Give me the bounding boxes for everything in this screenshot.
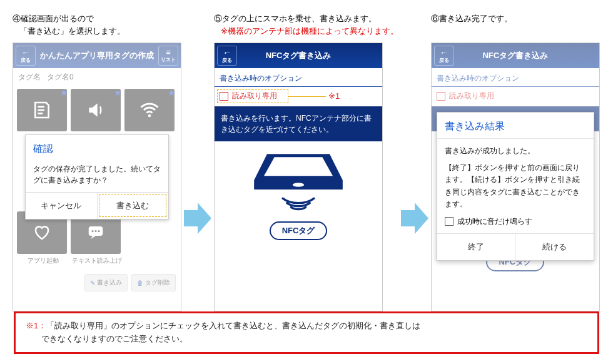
phone-screen-2: ← 戻る NFCタグ書き込み 書き込み時のオプション 読み取り専用 ※1 書き込…	[214, 43, 383, 311]
step-4-column: ④確認画面が出るので 「書き込む」を選択します。 ← 戻る かんたんアプリ専用タ…	[13, 13, 181, 311]
step-6-caption: ⑥書き込み完了です。	[431, 13, 512, 38]
end-button[interactable]: 終了	[437, 234, 515, 260]
step-6-line1: 書き込み完了です。	[439, 14, 512, 23]
result-buttons: 終了 続ける	[437, 233, 594, 260]
arrow-2	[401, 203, 428, 234]
readonly-row-3[interactable]: 読み取り専用	[432, 91, 599, 106]
footnote-mark: ※1：	[26, 321, 46, 330]
divider	[432, 86, 599, 87]
annotation-line	[288, 96, 326, 97]
navbar-title-3: NFCタグ書き込み	[482, 50, 548, 61]
write-confirm-button[interactable]: 書き込む	[97, 193, 169, 219]
step-6-column: ⑥書き込み完了です。 ← 戻る NFCタグ書き込み 書き込み時のオプション 読み…	[431, 13, 600, 311]
step-4-line1: 確認画面が出るので	[21, 14, 94, 23]
readonly-label-3: 読み取り専用	[449, 91, 494, 101]
instruction-box: 書き込みを行います。NFCアンテナ部分に書き込むタグを近づけてください。	[215, 106, 382, 141]
readonly-label: 読み取り専用	[232, 91, 277, 101]
result-line2: 【終了】ボタンを押すと前の画面に戻ります。【続ける】ボタンを押すと引き続き同じ内…	[445, 162, 586, 210]
footnote-text2: できなくなりますのでご注意ください。	[41, 334, 188, 343]
modal-overlay: 確認 タグの保存が完了しました。続いてタグに書き込みますか？ キャンセル 書き込…	[13, 43, 181, 311]
arrow-1	[184, 203, 211, 234]
nfc-illustration: NFCタグ	[215, 149, 382, 240]
step-4-num: ④	[13, 14, 21, 23]
readonly-row[interactable]: 読み取り専用 ※1	[215, 91, 382, 106]
readonly-checkbox[interactable]	[437, 92, 445, 101]
dialog-buttons: キャンセル 書き込む	[26, 192, 168, 219]
back-arrow-icon: ←	[223, 48, 231, 57]
step-4-line2: 「書き込む」を選択します。	[19, 26, 125, 36]
step-5-column: ⑤タグの上にスマホを乗せ、書き込みます。 ※機器のアンテナ部は機種によって異なり…	[214, 13, 398, 311]
result-dialog: 書き込み結果 書き込みが成功しました。 【終了】ボタンを押すと前の画面に戻ります…	[437, 112, 594, 261]
sound-option-row[interactable]: 成功時に音だけ鳴らす	[437, 216, 594, 233]
dialog-title: 確認	[26, 135, 168, 159]
phone-screen-1: ← 戻る かんたんアプリ専用タグの作成 ≡ リスト タグ名 タグ名0 ★	[13, 43, 181, 311]
step-5-num: ⑤	[214, 14, 222, 23]
svg-point-9	[293, 183, 304, 187]
readonly-checkbox[interactable]	[220, 92, 228, 101]
navbar-3: ← 戻る NFCタグ書き込み	[432, 43, 599, 68]
svg-marker-7	[264, 157, 333, 176]
options-heading: 書き込み時のオプション	[215, 68, 382, 86]
step-6-num: ⑥	[431, 14, 439, 23]
navbar-2: ← 戻る NFCタグ書き込み	[215, 43, 382, 68]
continue-button[interactable]: 続ける	[515, 234, 594, 260]
back-label: 戻る	[222, 57, 232, 64]
phone-3d-icon	[245, 149, 352, 211]
step-5-warn: ※機器のアンテナ部は機種によって異なります。	[221, 26, 398, 36]
nfc-tag-label: NFCタグ	[270, 221, 328, 240]
navbar-title-2: NFCタグ書き込み	[266, 50, 332, 61]
divider	[215, 86, 382, 87]
svg-marker-5	[184, 203, 211, 234]
back-button[interactable]: ← 戻る	[434, 46, 454, 66]
dialog-body: タグの保存が完了しました。続いてタグに書き込みますか？	[26, 159, 168, 192]
options-heading-3: 書き込み時のオプション	[432, 68, 599, 86]
footnote-text1: 「読み取り専用」のオプションにチェックを入れて書き込むと、書き込んだタグの初期化…	[46, 321, 420, 330]
back-arrow-icon: ←	[440, 48, 448, 57]
result-body: 書き込みが成功しました。 【終了】ボタンを押すと前の画面に戻ります。【続ける】ボ…	[437, 139, 594, 216]
confirm-dialog: 確認 タグの保存が完了しました。続いてタグに書き込みますか？ キャンセル 書き込…	[25, 134, 169, 220]
stage: ④確認画面が出るので 「書き込む」を選択します。 ← 戻る かんたんアプリ専用タ…	[0, 0, 613, 311]
back-label: 戻る	[439, 57, 449, 64]
phone-screen-3: ← 戻る NFCタグ書き込み 書き込み時のオプション 読み取り専用 書 NFCタ…	[431, 43, 600, 311]
sound-checkbox[interactable]	[445, 217, 453, 226]
result-title: 書き込み結果	[437, 113, 594, 139]
step-5-caption: ⑤タグの上にスマホを乗せ、書き込みます。 ※機器のアンテナ部は機種によって異なり…	[214, 13, 398, 38]
result-line1: 書き込みが成功しました。	[445, 145, 586, 157]
sound-option-label: 成功時に音だけ鳴らす	[457, 216, 532, 227]
annotation-mark: ※1	[328, 91, 340, 101]
footnote-box: ※1：「読み取り専用」のオプションにチェックを入れて書き込むと、書き込んだタグの…	[14, 311, 599, 354]
step-5-line1: タグの上にスマホを乗せ、書き込みます。	[222, 14, 377, 23]
cancel-button[interactable]: キャンセル	[26, 193, 97, 219]
back-button[interactable]: ← 戻る	[217, 46, 237, 66]
step-4-caption: ④確認画面が出るので 「書き込む」を選択します。	[13, 13, 125, 38]
svg-marker-10	[401, 203, 428, 234]
